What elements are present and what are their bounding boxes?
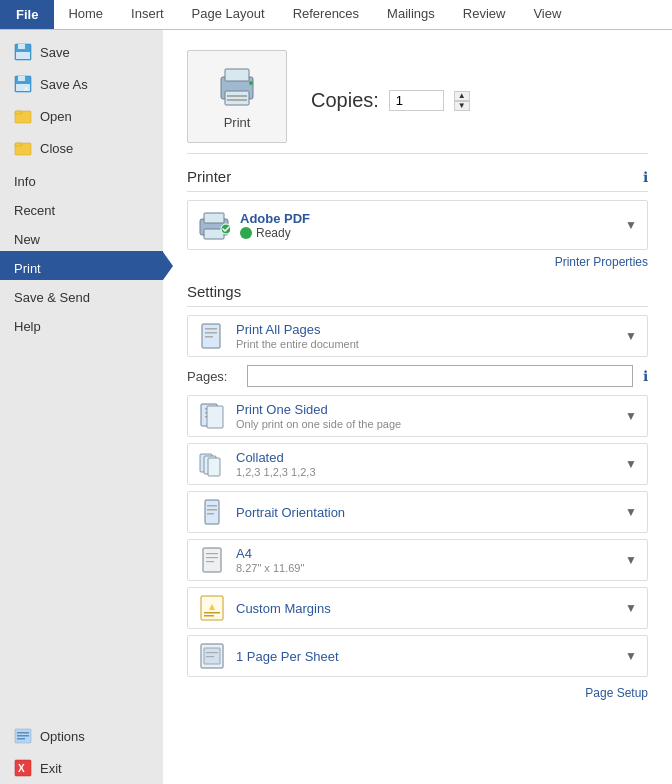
svg-rect-10 bbox=[15, 143, 22, 146]
custom-margins-icon bbox=[198, 594, 226, 622]
save-as-icon: A bbox=[14, 75, 32, 93]
svg-text:X: X bbox=[18, 763, 25, 774]
svg-rect-54 bbox=[206, 656, 214, 657]
sidebar-item-options[interactable]: Options bbox=[0, 720, 163, 752]
ribbon-tab-mailings[interactable]: Mailings bbox=[373, 0, 449, 29]
a4-sub: 8.27" x 11.69" bbox=[236, 562, 615, 574]
svg-rect-30 bbox=[205, 336, 213, 338]
setting-print-all-pages[interactable]: Print All Pages Print the entire documen… bbox=[187, 315, 648, 357]
svg-rect-19 bbox=[225, 91, 249, 105]
sidebar: Save A Save As Open Close bbox=[0, 30, 163, 784]
pages-info-icon[interactable]: ℹ bbox=[643, 368, 648, 384]
sidebar-new-label: New bbox=[14, 232, 40, 247]
svg-rect-4 bbox=[18, 76, 25, 81]
sidebar-item-exit[interactable]: X Exit bbox=[0, 752, 163, 784]
copies-down-button[interactable]: ▼ bbox=[454, 101, 470, 111]
svg-point-22 bbox=[249, 81, 253, 85]
sidebar-item-print[interactable]: Print bbox=[0, 251, 163, 280]
a4-info: A4 8.27" x 11.69" bbox=[236, 546, 615, 574]
print-all-pages-main: Print All Pages bbox=[236, 322, 615, 337]
ribbon-tab-view[interactable]: View bbox=[519, 0, 575, 29]
ribbon-tab-insert[interactable]: Insert bbox=[117, 0, 178, 29]
sidebar-info-label: Info bbox=[14, 174, 36, 189]
svg-rect-35 bbox=[207, 406, 223, 428]
custom-margins-info: Custom Margins bbox=[236, 601, 615, 616]
svg-rect-13 bbox=[17, 735, 29, 737]
print-one-sided-icon bbox=[198, 402, 226, 430]
page-setup-link[interactable]: Page Setup bbox=[585, 686, 648, 700]
copies-label: Copies: bbox=[311, 89, 379, 112]
svg-rect-18 bbox=[225, 69, 249, 81]
options-icon bbox=[14, 727, 32, 745]
sidebar-item-new[interactable]: New bbox=[0, 222, 163, 251]
pages-row: Pages: ℹ bbox=[187, 365, 648, 387]
sidebar-item-info[interactable]: Info bbox=[0, 164, 163, 193]
printer-info-icon[interactable]: ℹ bbox=[643, 169, 648, 185]
svg-rect-53 bbox=[206, 652, 218, 653]
printer-properties-link[interactable]: Printer Properties bbox=[555, 255, 648, 269]
sidebar-exit-label: Exit bbox=[40, 761, 62, 776]
sidebar-open-label: Open bbox=[40, 109, 72, 124]
collated-arrow: ▼ bbox=[625, 457, 637, 471]
sidebar-item-save[interactable]: Save bbox=[0, 36, 163, 68]
sidebar-item-save-as[interactable]: A Save As bbox=[0, 68, 163, 100]
copies-input[interactable] bbox=[389, 90, 444, 111]
svg-rect-39 bbox=[205, 500, 219, 524]
printer-icon bbox=[213, 63, 261, 111]
portrait-orientation-info: Portrait Orientation bbox=[236, 505, 615, 520]
setting-custom-margins[interactable]: Custom Margins ▼ bbox=[187, 587, 648, 629]
print-all-pages-info: Print All Pages Print the entire documen… bbox=[236, 322, 615, 350]
svg-rect-1 bbox=[18, 44, 25, 49]
svg-rect-21 bbox=[227, 99, 247, 101]
setting-1-page-per-sheet[interactable]: 1 Page Per Sheet ▼ bbox=[187, 635, 648, 677]
svg-rect-45 bbox=[206, 557, 218, 558]
setting-print-one-sided[interactable]: Print One Sided Only print on one side o… bbox=[187, 395, 648, 437]
1-page-per-sheet-info: 1 Page Per Sheet bbox=[236, 649, 615, 664]
portrait-orientation-arrow: ▼ bbox=[625, 505, 637, 519]
sidebar-item-close[interactable]: Close bbox=[0, 132, 163, 164]
a4-icon bbox=[198, 546, 226, 574]
main-layout: Save A Save As Open Close bbox=[0, 30, 672, 784]
page-setup-container: Page Setup bbox=[187, 685, 648, 700]
collated-info: Collated 1,2,3 1,2,3 1,2,3 bbox=[236, 450, 615, 478]
ribbon-tab-home[interactable]: Home bbox=[54, 0, 117, 29]
setting-collated[interactable]: Collated 1,2,3 1,2,3 1,2,3 ▼ bbox=[187, 443, 648, 485]
collated-icon bbox=[198, 450, 226, 478]
sidebar-item-recent[interactable]: Recent bbox=[0, 193, 163, 222]
printer-selector[interactable]: Adobe PDF Ready ▼ bbox=[187, 200, 648, 250]
collated-main: Collated bbox=[236, 450, 615, 465]
svg-rect-38 bbox=[208, 458, 220, 476]
ribbon-tab-references[interactable]: References bbox=[279, 0, 373, 29]
print-button-label: Print bbox=[224, 115, 251, 130]
svg-rect-8 bbox=[15, 111, 22, 114]
svg-text:A: A bbox=[24, 86, 28, 92]
print-all-pages-icon bbox=[198, 322, 226, 350]
setting-portrait-orientation[interactable]: Portrait Orientation ▼ bbox=[187, 491, 648, 533]
sidebar-close-label: Close bbox=[40, 141, 73, 156]
sidebar-help-label: Help bbox=[14, 319, 41, 334]
print-one-sided-main: Print One Sided bbox=[236, 402, 615, 417]
save-icon bbox=[14, 43, 32, 61]
printer-section-header: Printer ℹ bbox=[187, 168, 648, 192]
settings-section-label: Settings bbox=[187, 283, 241, 300]
custom-margins-arrow: ▼ bbox=[625, 601, 637, 615]
content-area: Print Copies: ▲ ▼ Printer ℹ bbox=[163, 30, 672, 784]
printer-status: Ready bbox=[240, 226, 615, 240]
printer-dropdown-arrow: ▼ bbox=[625, 218, 637, 232]
sidebar-item-help[interactable]: Help bbox=[0, 309, 163, 338]
collated-sub: 1,2,3 1,2,3 1,2,3 bbox=[236, 466, 615, 478]
ribbon-file-tab[interactable]: File bbox=[0, 0, 54, 29]
pages-input[interactable] bbox=[247, 365, 633, 387]
ribbon-tab-review[interactable]: Review bbox=[449, 0, 520, 29]
ribbon-tab-page-layout[interactable]: Page Layout bbox=[178, 0, 279, 29]
copies-up-button[interactable]: ▲ bbox=[454, 91, 470, 101]
status-indicator bbox=[240, 227, 252, 239]
settings-section-header: Settings bbox=[187, 283, 648, 307]
setting-a4[interactable]: A4 8.27" x 11.69" ▼ bbox=[187, 539, 648, 581]
svg-rect-41 bbox=[207, 509, 217, 511]
print-button[interactable]: Print bbox=[187, 50, 287, 143]
svg-rect-49 bbox=[204, 612, 220, 614]
sidebar-save-as-label: Save As bbox=[40, 77, 88, 92]
sidebar-item-save-send[interactable]: Save & Send bbox=[0, 280, 163, 309]
sidebar-item-open[interactable]: Open bbox=[0, 100, 163, 132]
